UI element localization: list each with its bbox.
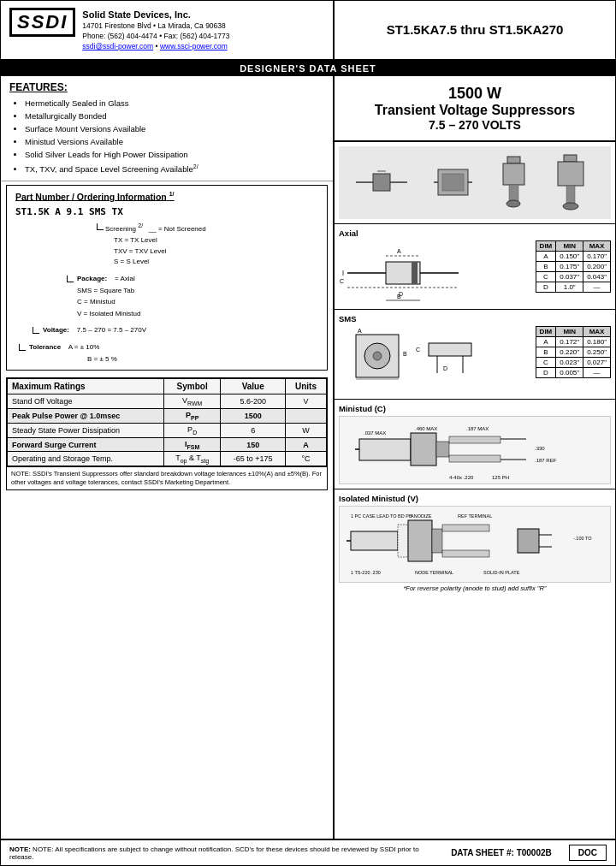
svg-rect-1 bbox=[373, 174, 390, 191]
svg-rect-4 bbox=[442, 174, 464, 191]
datasheet-banner: DESIGNER'S DATA SHEET bbox=[1, 61, 615, 76]
table-row: Stand Off Voltage VRWM 5.6-200 V bbox=[8, 394, 327, 409]
isolated-ministud-svg: 1 PC CASE LEAD TO BD PB ANODIZE REF TERM… bbox=[346, 507, 603, 580]
bottom-caption: *For reverse polarity (anode to stud) ad… bbox=[339, 583, 611, 594]
svg-text:-.100 TO: -.100 TO bbox=[573, 536, 592, 541]
ratings-section: Maximum Ratings Symbol Value Units Stand… bbox=[6, 377, 328, 489]
table-row: B 0.220" 0.250" bbox=[536, 347, 610, 357]
svg-text:C: C bbox=[416, 347, 420, 353]
header: SSDI Solid State Devices, Inc. 14701 Fir… bbox=[1, 1, 615, 61]
product-power: 1500 W bbox=[341, 85, 608, 103]
sms-photo-icon bbox=[429, 152, 477, 212]
svg-text:SOLID-IN PLATE: SOLID-IN PLATE bbox=[483, 570, 520, 575]
table-row: A 0.172" 0.180" bbox=[536, 336, 610, 347]
svg-text:B: B bbox=[403, 351, 407, 357]
svg-text:REF TERMINAL: REF TERMINAL bbox=[458, 513, 492, 519]
ordering-title: Part Number / Ordering Information 1/ bbox=[15, 191, 318, 202]
col-header-units: Units bbox=[286, 379, 327, 394]
main-content: FEATURES: Hermetically Sealed in Glass M… bbox=[1, 76, 615, 839]
right-column: 1500 W Transient Voltage Suppressors 7.5… bbox=[335, 76, 615, 839]
svg-rect-53 bbox=[351, 531, 398, 550]
svg-rect-42 bbox=[449, 436, 500, 443]
footer-note: NOTE: NOTE: All specifications are subje… bbox=[9, 845, 434, 861]
footer-datasheet-label: DATA SHEET #: T00002B bbox=[434, 848, 569, 857]
table-row: Steady State Power Dissipation PD 6 W bbox=[8, 423, 327, 437]
svg-text:4-40x .220: 4-40x .220 bbox=[449, 475, 474, 480]
isolated-ministud-diagram: 1 PC CASE LEAD TO BD PB ANODIZE REF TERM… bbox=[339, 506, 611, 583]
ratings-table: Maximum Ratings Symbol Value Units Stand… bbox=[7, 378, 327, 466]
package-photos bbox=[339, 146, 611, 219]
email-link[interactable]: ssdi@ssdi-power.com bbox=[82, 42, 153, 50]
product-voltage-range: 7.5 – 270 VOLTS bbox=[341, 118, 608, 132]
ministud-label: Ministud (C) bbox=[339, 404, 611, 413]
feature-item: Solid Silver Leads for High Power Dissip… bbox=[25, 148, 324, 161]
contact-line: ssdi@ssdi-power.com • www.ssci-power.com bbox=[82, 42, 229, 52]
table-row: D 0.005" — bbox=[536, 367, 610, 377]
svg-rect-12 bbox=[558, 162, 583, 186]
col-header-value: Value bbox=[221, 379, 286, 394]
svg-rect-58 bbox=[442, 550, 489, 557]
axial-svg-area: A D B C bbox=[339, 240, 536, 305]
svg-rect-11 bbox=[564, 155, 577, 162]
svg-text:NODE TERMINAL: NODE TERMINAL bbox=[415, 570, 453, 575]
svg-rect-56 bbox=[432, 529, 442, 553]
ordering-diagram: Screening 2/ __ = Not Screened TX = TX L… bbox=[15, 221, 318, 365]
svg-text:.037 MAX: .037 MAX bbox=[364, 430, 386, 436]
ministud-photo-icon bbox=[495, 152, 533, 212]
svg-rect-9 bbox=[509, 185, 518, 202]
svg-rect-33 bbox=[429, 343, 471, 356]
isolated-ministud-diagram-box: Isolated Ministud (V) bbox=[335, 489, 615, 598]
svg-rect-41 bbox=[436, 442, 449, 457]
svg-rect-7 bbox=[507, 157, 520, 163]
table-row: D 1.0" — bbox=[536, 282, 610, 292]
ministud-svg: .037 MAX .460 MAX .187 MAX 4-40x .220 12… bbox=[355, 418, 595, 482]
svg-rect-38 bbox=[359, 439, 411, 460]
isolated-ministud-label: Isolated Ministud (V) bbox=[339, 494, 611, 503]
website-link[interactable]: www.ssci-power.com bbox=[160, 42, 228, 50]
logo-text: SSDI bbox=[17, 11, 68, 33]
svg-rect-13 bbox=[566, 186, 575, 205]
feature-item: Surface Mount Versions Available bbox=[25, 122, 324, 135]
sms-diag-container: A B C D bbox=[339, 326, 611, 394]
svg-text:.460 MAX: .460 MAX bbox=[415, 426, 437, 431]
svg-text:A: A bbox=[397, 248, 401, 254]
sms-svg-area: A B C D bbox=[339, 326, 536, 394]
sms-diagram-box: SMS A B bbox=[335, 310, 615, 400]
axial-dim-table: DIM MIN MAX A 0.150" 0.170" bbox=[536, 240, 611, 293]
axial-photo-icon bbox=[352, 152, 412, 212]
header-left: SSDI Solid State Devices, Inc. 14701 Fir… bbox=[1, 1, 335, 59]
table-row: A 0.150" 0.170" bbox=[536, 251, 610, 261]
col-header-symbol: Symbol bbox=[163, 379, 221, 394]
address-line: 14701 Firestone Blvd • La Mirada, Ca 906… bbox=[82, 21, 229, 32]
part-number-range: ST1.5KA7.5 thru ST1.5KA270 bbox=[387, 22, 564, 37]
footer-note-text: NOTE: All specifications are subject to … bbox=[9, 845, 419, 861]
svg-rect-40 bbox=[411, 433, 436, 466]
left-column: FEATURES: Hermetically Sealed in Glass M… bbox=[1, 76, 335, 839]
ratings-note: NOTE: SSDI's Transient Suppressors offer… bbox=[7, 466, 327, 489]
isolated-ministud-photo-icon bbox=[551, 152, 598, 212]
svg-text:A: A bbox=[358, 328, 362, 334]
table-row: C 0.023" 0.027" bbox=[536, 357, 610, 367]
page: SSDI Solid State Devices, Inc. 14701 Fir… bbox=[0, 0, 616, 866]
ministud-diagram: .037 MAX .460 MAX .187 MAX 4-40x .220 12… bbox=[339, 416, 611, 484]
footer: NOTE: NOTE: All specifications are subje… bbox=[1, 839, 615, 865]
svg-rect-54 bbox=[398, 525, 408, 557]
logo: SSDI bbox=[9, 8, 75, 37]
svg-rect-60 bbox=[518, 529, 539, 553]
svg-text:.187 MAX: .187 MAX bbox=[466, 426, 489, 431]
feature-item: Hermetically Sealed in Glass bbox=[25, 97, 324, 110]
table-row: Peak Pulse Power @ 1.0msec PPP 1500 bbox=[8, 409, 327, 424]
svg-rect-55 bbox=[408, 520, 432, 561]
sms-diagram-svg: A B C D bbox=[339, 326, 489, 394]
svg-rect-18 bbox=[412, 262, 418, 284]
svg-rect-43 bbox=[449, 455, 500, 462]
col-header-param: Maximum Ratings bbox=[8, 379, 164, 394]
features-list: Hermetically Sealed in Glass Metallurgic… bbox=[9, 97, 324, 175]
logo-area: SSDI Solid State Devices, Inc. 14701 Fir… bbox=[9, 8, 324, 52]
svg-text:C: C bbox=[340, 278, 344, 284]
phone-line: Phone: (562) 404-4474 • Fax: (562) 404-1… bbox=[82, 32, 229, 42]
svg-text:125 PH: 125 PH bbox=[492, 475, 509, 480]
svg-rect-57 bbox=[442, 525, 489, 531]
feature-item: Metallurgically Bonded bbox=[25, 110, 324, 122]
footer-doc-label: DOC bbox=[569, 845, 607, 861]
